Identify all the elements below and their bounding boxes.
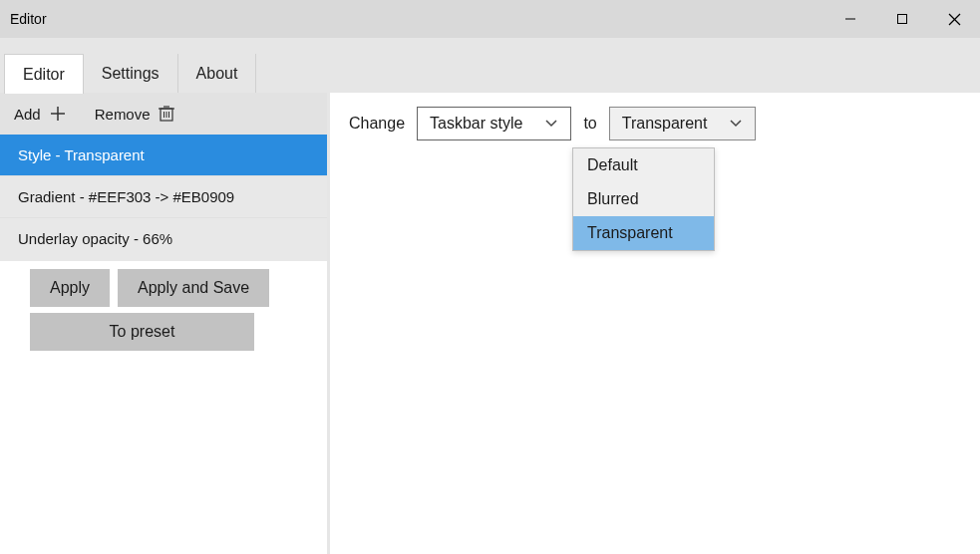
trash-icon [159, 105, 174, 123]
window-controls [824, 0, 980, 38]
apply-button[interactable]: Apply [30, 269, 110, 307]
svg-rect-1 [898, 15, 907, 24]
tab-editor[interactable]: Editor [4, 54, 84, 94]
property-select-label: Taskbar style [430, 115, 522, 133]
value-select[interactable]: Transparent [609, 107, 757, 140]
sidebar-toolbar: Add Remove [0, 93, 327, 135]
preset-row: To preset [0, 307, 327, 351]
to-preset-button[interactable]: To preset [30, 313, 254, 351]
value-dropdown: Default Blurred Transparent [572, 147, 715, 251]
remove-label: Remove [95, 106, 151, 123]
rule-item[interactable]: Style - Transparent [0, 135, 327, 175]
content-pane: Change Taskbar style to Transparent Defa… [327, 93, 980, 554]
remove-button[interactable]: Remove [95, 105, 174, 123]
plus-icon [49, 105, 67, 123]
action-row: Apply Apply and Save [0, 261, 327, 307]
minimize-button[interactable] [824, 0, 876, 38]
add-label: Add [14, 106, 41, 123]
minimize-icon [844, 13, 856, 25]
add-button[interactable]: Add [14, 105, 67, 123]
to-label: to [583, 115, 596, 133]
close-icon [948, 13, 961, 26]
value-select-label: Transparent [622, 115, 708, 133]
maximize-button[interactable] [876, 0, 928, 38]
apply-save-button[interactable]: Apply and Save [118, 269, 269, 307]
tab-settings[interactable]: Settings [84, 54, 178, 93]
rule-item[interactable]: Gradient - #EEF303 -> #EB0909 [0, 175, 327, 217]
rule-item[interactable]: Underlay opacity - 66% [0, 217, 327, 259]
maximize-icon [896, 13, 908, 25]
close-button[interactable] [928, 0, 980, 38]
chevron-down-icon [729, 119, 743, 129]
title-bar: Editor [0, 0, 980, 38]
window-title: Editor [0, 11, 47, 27]
sidebar: Add Remove Style - Transparent Gradient … [0, 93, 327, 554]
chevron-down-icon [544, 119, 558, 129]
dropdown-option[interactable]: Blurred [573, 182, 714, 216]
change-label: Change [349, 115, 405, 133]
dropdown-option[interactable]: Default [573, 148, 714, 182]
property-select[interactable]: Taskbar style [417, 107, 571, 140]
tab-about[interactable]: About [178, 54, 257, 93]
tab-bar: Editor Settings About [0, 38, 980, 93]
dropdown-option[interactable]: Transparent [573, 216, 714, 250]
rule-list: Style - Transparent Gradient - #EEF303 -… [0, 135, 327, 261]
change-row: Change Taskbar style to Transparent [349, 107, 958, 140]
